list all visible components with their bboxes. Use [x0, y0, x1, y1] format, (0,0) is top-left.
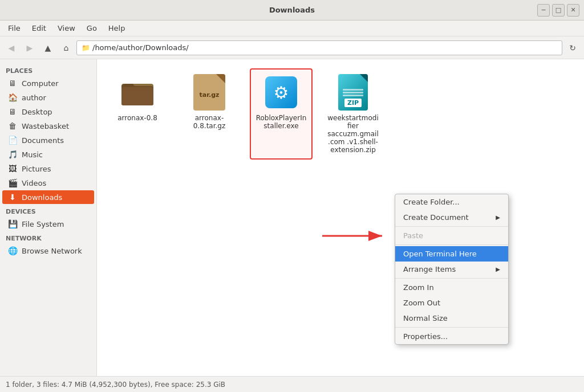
reload-button[interactable]: ↻ — [565, 40, 581, 56]
context-menu-sep4 — [395, 327, 508, 328]
sidebar-item-pictures[interactable]: 🖼 Pictures — [2, 162, 94, 175]
menu-go[interactable]: Go — [81, 23, 103, 34]
sidebar-item-desktop[interactable]: 🖥 Desktop — [2, 105, 94, 119]
sidebar-item-filesystem[interactable]: 💾 File System — [2, 217, 94, 231]
downloads-icon: ⬇ — [8, 193, 17, 202]
submenu-arrow-arrange: ▶ — [496, 266, 500, 272]
arrow-indicator — [319, 227, 388, 244]
pictures-icon: 🖼 — [8, 164, 17, 173]
documents-icon: 📄 — [8, 136, 17, 145]
location-text: /home/author/Downloads/ — [92, 43, 189, 52]
context-menu-sep2 — [395, 244, 508, 245]
file-label-exe: RobloxPlayerInstaller.exe — [256, 114, 307, 130]
menu-file[interactable]: File — [2, 23, 26, 34]
computer-icon: 🖥 — [8, 79, 17, 88]
up-button[interactable]: ▲ — [40, 40, 56, 56]
home-icon: ⌂ — [64, 43, 69, 52]
sidebar-item-wastebasket[interactable]: 🗑 Wastebasket — [2, 119, 94, 133]
sidebar: Places 🖥 Computer 🏠 author 🖥 Desktop 🗑 W… — [0, 59, 97, 376]
close-button[interactable]: ✕ — [567, 4, 579, 17]
file-item-exe[interactable]: ⚙ RobloxPlayerInstaller.exe — [250, 68, 313, 160]
zoom-out-label: Zoom Out — [403, 299, 440, 307]
file-label-zip: weekstartmodifier saccuzm.gmail.com .v1.… — [327, 114, 379, 154]
context-menu-create-folder[interactable]: Create Folder... — [395, 194, 508, 210]
context-menu-paste[interactable]: Paste — [395, 228, 508, 243]
home-button[interactable]: ⌂ — [58, 40, 74, 56]
location-bar[interactable]: 📁 /home/author/Downloads/ — [76, 40, 562, 55]
network-header: Network — [0, 231, 96, 243]
properties-label: Properties... — [403, 332, 448, 341]
folder-icon — [119, 74, 156, 111]
context-menu-zoom-out[interactable]: Zoom Out — [395, 295, 508, 311]
main-layout: Places 🖥 Computer 🏠 author 🖥 Desktop 🗑 W… — [0, 59, 584, 376]
window-title: Downloads — [269, 6, 315, 14]
sidebar-label-author: author — [22, 93, 46, 102]
arrange-items-label: Arrange Items — [403, 265, 456, 273]
create-document-label: Create Document — [403, 213, 469, 222]
targz-file-icon: tar.gz — [191, 74, 228, 111]
sidebar-label-music: Music — [22, 150, 43, 159]
normal-size-label: Normal Size — [403, 314, 448, 322]
up-icon: ▲ — [45, 43, 51, 52]
sidebar-label-downloads: Downloads — [22, 193, 62, 202]
sidebar-item-documents[interactable]: 📄 Documents — [2, 133, 94, 147]
menu-help[interactable]: Help — [103, 23, 131, 34]
sidebar-label-filesystem: File System — [22, 220, 64, 228]
context-menu-arrange-items[interactable]: Arrange Items ▶ — [395, 262, 508, 277]
context-menu: Create Folder... Create Document ▶ Paste… — [395, 194, 509, 345]
toolbar: ◀ ▶ ▲ ⌂ 📁 /home/author/Downloads/ ↻ — [0, 36, 584, 59]
context-menu-sep3 — [395, 278, 508, 279]
context-menu-normal-size[interactable]: Normal Size — [395, 311, 508, 326]
maximize-button[interactable]: □ — [552, 4, 565, 17]
wastebasket-icon: 🗑 — [8, 121, 17, 130]
sidebar-item-computer[interactable]: 🖥 Computer — [2, 76, 94, 90]
submenu-arrow-create-document: ▶ — [496, 214, 500, 220]
statusbar: 1 folder, 3 files: 4.7 MiB (4,952,300 by… — [0, 376, 584, 392]
minimize-button[interactable]: ─ — [537, 4, 550, 17]
file-item-zip[interactable]: ZIP weekstartmodifier saccuzm.gmail.com … — [322, 68, 384, 160]
window-controls: ─ □ ✕ — [537, 4, 579, 17]
author-home-icon: 🏠 — [8, 93, 17, 102]
sidebar-label-browse-network: Browse Network — [22, 247, 82, 255]
file-item-folder[interactable]: arronax-0.8 — [106, 68, 169, 160]
svg-rect-3 — [121, 87, 153, 105]
music-icon: 🎵 — [8, 150, 17, 159]
status-text: 1 folder, 3 files: 4.7 MiB (4,952,300 by… — [6, 381, 225, 389]
file-area[interactable]: arronax-0.8 tar.gz arronax-0.8.tar.gz ⚙ — [97, 59, 584, 376]
context-menu-create-document[interactable]: Create Document ▶ — [395, 210, 508, 225]
context-menu-zoom-in[interactable]: Zoom In — [395, 280, 508, 295]
file-grid: arronax-0.8 tar.gz arronax-0.8.tar.gz ⚙ — [106, 68, 575, 160]
file-label-folder: arronax-0.8 — [117, 114, 157, 122]
back-icon: ◀ — [9, 43, 15, 52]
file-label-targz: arronax-0.8.tar.gz — [184, 114, 235, 130]
sidebar-item-author[interactable]: 🏠 author — [2, 91, 94, 104]
menubar: File Edit View Go Help — [0, 21, 584, 36]
desktop-icon: 🖥 — [8, 107, 17, 116]
sidebar-label-videos: Videos — [22, 179, 46, 187]
back-button[interactable]: ◀ — [3, 40, 19, 56]
menu-view[interactable]: View — [52, 23, 81, 34]
open-terminal-label: Open Terminal Here — [403, 250, 477, 258]
videos-icon: 🎬 — [8, 178, 17, 187]
sidebar-label-pictures: Pictures — [22, 165, 51, 173]
zip-file-icon: ZIP — [335, 74, 371, 111]
context-menu-properties[interactable]: Properties... — [395, 329, 508, 344]
forward-button[interactable]: ▶ — [22, 40, 38, 56]
menu-edit[interactable]: Edit — [26, 23, 52, 34]
sidebar-label-wastebasket: Wastebasket — [22, 122, 69, 130]
location-icon: 📁 — [82, 44, 90, 52]
reload-icon: ↻ — [569, 43, 576, 52]
sidebar-label-desktop: Desktop — [22, 108, 52, 116]
sidebar-item-downloads[interactable]: ⬇ Downloads — [2, 190, 94, 204]
devices-header: Devices — [0, 205, 96, 217]
sidebar-item-videos[interactable]: 🎬 Videos — [2, 176, 94, 190]
sidebar-item-music[interactable]: 🎵 Music — [2, 148, 94, 161]
forward-icon: ▶ — [27, 43, 33, 52]
file-item-targz[interactable]: tar.gz arronax-0.8.tar.gz — [178, 68, 241, 160]
places-header: Places — [0, 64, 96, 76]
context-menu-open-terminal[interactable]: Open Terminal Here — [395, 246, 508, 262]
sidebar-label-documents: Documents — [22, 136, 64, 145]
sidebar-item-browse-network[interactable]: 🌐 Browse Network — [2, 244, 94, 258]
context-menu-sep1 — [395, 226, 508, 227]
sidebar-label-computer: Computer — [22, 79, 59, 88]
